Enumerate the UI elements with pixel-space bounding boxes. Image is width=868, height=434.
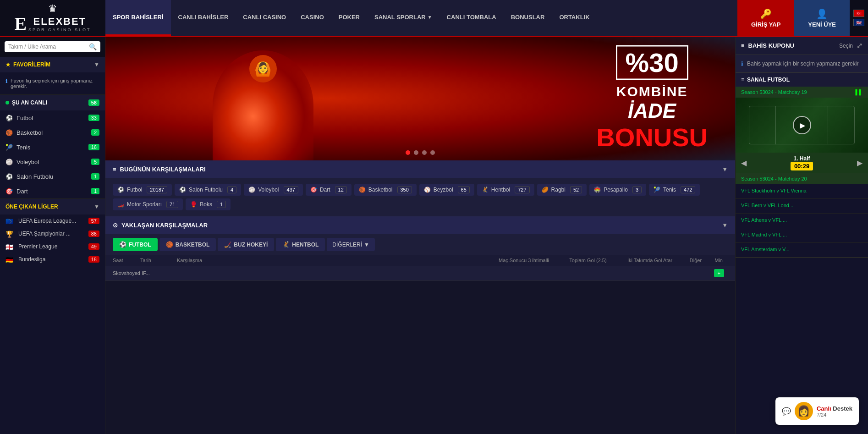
- banner-dot-4[interactable]: [430, 150, 435, 155]
- live-support-widget[interactable]: 💬 👩 Canlı Destek 7/24: [775, 397, 859, 425]
- banner-dot-1[interactable]: [406, 150, 410, 155]
- player-silhouette: 🙆: [213, 50, 313, 160]
- bet-slip-select[interactable]: Seçin: [839, 43, 853, 49]
- bugun-header: ≡ BUGÜNÜN KARŞILAŞMALARI ▼: [105, 160, 735, 178]
- bugun-sport-beyzbol[interactable]: ⚾ Beyzbol 65: [419, 184, 474, 196]
- nav-spor-bahisleri[interactable]: SPOR BAHİSLERİ: [105, 0, 171, 36]
- sidebar-sport-basketbol[interactable]: 🏀 Basketbol 2: [0, 125, 105, 140]
- nav-poker[interactable]: POKER: [331, 0, 367, 36]
- favorites-header[interactable]: ★ FAVORİLERİM ▼: [0, 57, 105, 72]
- banner-dot-3[interactable]: [422, 150, 427, 155]
- tab-hokey-icon: 🏒: [224, 241, 231, 248]
- sidebar-sport-salon-futbolu[interactable]: ⚽ Salon Futbolu 1: [0, 169, 105, 184]
- virtual-match-info: Season 53024 - Matchday 19 ▌▌: [736, 87, 868, 98]
- yaklasan-chevron-icon[interactable]: ▼: [722, 222, 728, 229]
- nav-canli-casino[interactable]: CANLI CASINO: [236, 0, 293, 36]
- ragbi-card-count: 52: [570, 186, 582, 193]
- tab-hentbol[interactable]: 🤾 HENTBOL: [276, 238, 325, 251]
- nav-canli-bahisler[interactable]: CANLI BAHİSLER: [171, 0, 236, 36]
- voleybol-card-icon: 🏐: [248, 187, 255, 193]
- turkish-flag[interactable]: 🇹🇷: [853, 10, 864, 17]
- dart-icon: 🎯: [5, 187, 13, 195]
- bugun-sport-boks[interactable]: 🥊 Boks 1: [186, 198, 231, 210]
- logo: ♛ E ELEXBET SPOR·CASINO·SLOT: [14, 3, 91, 33]
- logo-sub: SPOR·CASINO·SLOT: [28, 27, 91, 32]
- user-icon: 👤: [816, 8, 828, 19]
- nav-canli-tombala[interactable]: CANLI TOMBALA: [439, 0, 504, 36]
- promo-percent-box: %30: [616, 45, 688, 80]
- odds-btn[interactable]: +: [714, 269, 724, 277]
- favorites-section: ★ FAVORİLERİM ▼ ℹ Favori lig seçmek için…: [0, 57, 105, 95]
- tab-basketbol[interactable]: 🏀 BASKETBOL: [159, 238, 216, 251]
- sidebar-sport-voleybol[interactable]: 🏐 Voleybol 5: [0, 154, 105, 169]
- tab-futbol[interactable]: ⚽ FUTBOL: [113, 238, 158, 251]
- live-now-title: ŞU AN CANLI: [5, 99, 47, 106]
- info-circle-icon: ℹ: [741, 60, 743, 67]
- bugun-sport-pesapallo[interactable]: 🏟️ Pesapallo 3: [589, 184, 646, 196]
- tab-hentbol-icon: 🤾: [282, 241, 290, 248]
- league-premier[interactable]: 🏴󠁧󠁢󠁥󠁮󠁧󠁿 Premier League 49: [0, 240, 105, 253]
- search-input-wrap: 🔍: [5, 41, 100, 52]
- match-item-4[interactable]: VFL Madrid v VFL ...: [736, 228, 868, 243]
- chevron-down-icon: ▼: [428, 15, 432, 20]
- live-now-header[interactable]: ŞU AN CANLI 58: [0, 95, 105, 110]
- bugun-title: ≡ BUGÜNÜN KARŞILAŞMALARI: [113, 166, 206, 173]
- tab-more-arrow-icon: ▼: [364, 242, 369, 248]
- league-bundesliga[interactable]: 🇩🇪 Bundesliga 18: [0, 253, 105, 266]
- search-input[interactable]: [8, 44, 89, 50]
- next-match-button[interactable]: ▶: [857, 159, 863, 167]
- play-button[interactable]: ▶: [793, 116, 811, 134]
- login-button[interactable]: 🔑 GİRİŞ YAP: [737, 0, 794, 36]
- bugun-sport-salon-futbolu[interactable]: ⚽ Salon Futbolu 4: [175, 184, 241, 196]
- tab-digerleri[interactable]: DİĞERLERİ ▼: [327, 238, 375, 251]
- virtual-match-info-2: Season 53024 - Matchday 20: [736, 173, 868, 184]
- bugun-sport-tenis[interactable]: 🎾 Tenis 472: [649, 184, 700, 196]
- search-box: 🔍: [0, 37, 105, 57]
- search-button[interactable]: 🔍: [89, 43, 97, 50]
- info-icon: ℹ: [5, 78, 8, 84]
- bugun-sport-voleybol[interactable]: 🏐 Voleybol 437: [244, 184, 303, 196]
- match-item-2[interactable]: VFL Bern v VFL Lond...: [736, 199, 868, 214]
- nav-bonuslar[interactable]: BONUSLAR: [504, 0, 552, 36]
- bugun-sport-motor[interactable]: 🏎️ Motor Sporları 71: [113, 198, 183, 210]
- banner-dot-2[interactable]: [414, 150, 418, 155]
- nav-casino[interactable]: CASINO: [293, 0, 331, 36]
- bugun-chevron-icon[interactable]: ▼: [722, 166, 728, 173]
- promo-bonusu: BONUSU: [596, 122, 708, 152]
- chevron-icon: ▼: [94, 61, 99, 68]
- boks-card-icon: 🥊: [190, 201, 197, 208]
- sidebar: 🔍 ★ FAVORİLERİM ▼ ℹ Favori lig seçmek iç…: [0, 37, 105, 434]
- bugun-sport-ragbi[interactable]: 🏉 Ragbi 52: [537, 184, 587, 196]
- league-uefa-europa[interactable]: 🇪🇺 UEFA Europa League... 57: [0, 214, 105, 227]
- nav-ortaklik[interactable]: ORTAKLIK: [552, 0, 597, 36]
- register-button[interactable]: 👤 YENİ ÜYE: [794, 0, 850, 36]
- header-actions: 🔑 GİRİŞ YAP 👤 YENİ ÜYE 🇹🇷 🇬🇧: [737, 0, 868, 36]
- sidebar-sport-futbol[interactable]: ⚽ Futbol 33: [0, 110, 105, 125]
- prev-match-button[interactable]: ◀: [741, 159, 747, 167]
- bugun-sport-hentbol[interactable]: 🤾 Hentbol 727: [477, 184, 534, 196]
- main-nav: SPOR BAHİSLERİ CANLI BAHİSLER CANLI CASI…: [105, 0, 737, 36]
- bugun-sport-futbol[interactable]: ⚽ Futbol 20187: [113, 184, 172, 196]
- match-item-3[interactable]: VFL Athens v VFL ...: [736, 214, 868, 228]
- bugun-sport-basketbol[interactable]: 🏀 Basketbol 350: [354, 184, 417, 196]
- leagues-header[interactable]: ÖNE ÇIKAN LİGLER ▼: [0, 199, 105, 214]
- sidebar-sport-tenis[interactable]: 🎾 Tenis 16: [0, 140, 105, 154]
- pesapallo-card-icon: 🏟️: [594, 187, 601, 193]
- yaklasan-tabs: ⚽ FUTBOL 🏀 BASKETBOL 🏒 BUZ HOKEYİ 🤾 HENT…: [105, 234, 735, 255]
- english-flag[interactable]: 🇬🇧: [853, 19, 864, 26]
- sidebar-sport-dart[interactable]: 🎯 Dart 1: [0, 184, 105, 198]
- timer-info: 1. Half 00:29: [791, 155, 813, 170]
- match-item-1[interactable]: VFL Stockholm v VFL Vienna: [736, 184, 868, 199]
- bundesliga-flag-icon: 🇩🇪: [5, 256, 15, 263]
- header: ♛ E ELEXBET SPOR·CASINO·SLOT SPOR BAHİSL…: [0, 0, 868, 37]
- virtual-video: ▶: [736, 98, 868, 153]
- voleybol-card-count: 437: [284, 186, 298, 193]
- hentbol-card-count: 727: [515, 186, 529, 193]
- nav-sanal-sporlar[interactable]: SANAL SPORLAR ▼: [367, 0, 439, 36]
- tab-buz-hokeyi[interactable]: 🏒 BUZ HOKEYİ: [218, 238, 274, 251]
- table-row[interactable]: Skovshoyed IF... +: [105, 266, 735, 280]
- bugun-sport-dart[interactable]: 🎯 Dart 12: [306, 184, 352, 196]
- league-uefa-sampiyonlar[interactable]: 🏆 UEFA Şampiyonlar ... 86: [0, 227, 105, 240]
- expand-icon[interactable]: ⤢: [857, 41, 863, 50]
- match-item-5[interactable]: VFL Amsterdam v V...: [736, 243, 868, 258]
